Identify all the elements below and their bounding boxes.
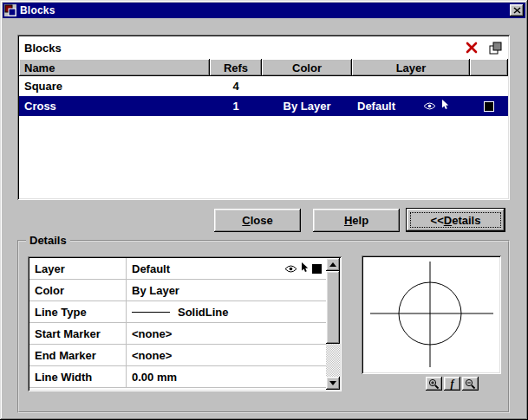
property-value[interactable]: 0.00 mm bbox=[127, 366, 326, 387]
close-button-label: Close bbox=[242, 214, 272, 227]
eye-icon[interactable] bbox=[284, 262, 297, 275]
properties-grid: Layer Default bbox=[28, 256, 342, 391]
cell-extra bbox=[470, 76, 508, 96]
scrollbar-thumb[interactable] bbox=[326, 271, 340, 344]
layer-value: Default bbox=[132, 262, 170, 275]
property-value[interactable]: By Layer bbox=[127, 280, 326, 300]
help-button-label: Help bbox=[344, 214, 368, 227]
details-group: Details Layer Default bbox=[17, 240, 510, 413]
line-type-value: SolidLine bbox=[178, 306, 229, 319]
layer-name: Default bbox=[357, 100, 395, 113]
list-header: Blocks bbox=[19, 36, 508, 59]
column-header-extra[interactable] bbox=[470, 59, 508, 76]
property-row-line-type: Line Type SolidLine bbox=[29, 301, 326, 323]
scroll-up-icon[interactable] bbox=[326, 258, 340, 271]
list-title: Blocks bbox=[24, 42, 62, 55]
property-row-color: Color By Layer bbox=[29, 280, 326, 301]
details-toggle-button[interactable]: <<Details bbox=[406, 208, 505, 232]
property-row-start-marker: Start Marker <none> bbox=[29, 323, 326, 345]
column-headers: Name Refs Color Layer bbox=[19, 59, 508, 76]
column-header-layer[interactable]: Layer bbox=[352, 59, 470, 76]
color-value: By Layer bbox=[132, 284, 179, 297]
property-row-end-marker: End Marker <none> bbox=[29, 345, 326, 366]
property-label: Color bbox=[29, 280, 127, 300]
cursor-icon[interactable] bbox=[441, 100, 449, 113]
cell-layer: Default bbox=[352, 96, 470, 116]
column-header-color[interactable]: Color bbox=[262, 59, 352, 76]
app-icon bbox=[4, 4, 16, 16]
line-type-sample bbox=[132, 312, 170, 313]
eye-icon[interactable] bbox=[423, 100, 436, 113]
close-button[interactable]: Close bbox=[214, 209, 301, 232]
block-preview bbox=[362, 255, 501, 374]
column-header-name[interactable]: Name bbox=[19, 59, 210, 76]
zoom-out-icon[interactable] bbox=[462, 377, 479, 391]
property-row-layer: Layer Default bbox=[29, 258, 326, 280]
details-button-label: <<Details bbox=[431, 214, 481, 227]
property-value[interactable]: <none> bbox=[127, 323, 326, 344]
cursor-icon[interactable] bbox=[301, 262, 309, 275]
column-header-refs[interactable]: Refs bbox=[210, 59, 262, 76]
cell-color bbox=[262, 76, 352, 96]
layer-state-icons bbox=[284, 262, 322, 275]
table-row-square[interactable]: Square 4 bbox=[19, 76, 508, 96]
block-preview-drawing bbox=[363, 257, 499, 372]
close-icon[interactable] bbox=[510, 4, 524, 16]
properties-scrollbar[interactable] bbox=[326, 258, 340, 390]
property-value[interactable]: <none> bbox=[127, 345, 326, 365]
cell-refs: 1 bbox=[210, 96, 262, 116]
property-label: Start Marker bbox=[29, 323, 127, 344]
blocks-stack-icon[interactable] bbox=[487, 40, 503, 55]
scrollbar-track[interactable] bbox=[326, 271, 340, 377]
details-group-label: Details bbox=[26, 234, 70, 247]
property-label: Layer bbox=[29, 258, 127, 279]
line-width-value: 0.00 mm bbox=[132, 371, 177, 384]
delete-block-icon[interactable] bbox=[464, 40, 479, 55]
start-marker-value: <none> bbox=[132, 327, 172, 340]
cell-color: By Layer bbox=[262, 96, 352, 116]
window-title: Blocks bbox=[20, 4, 55, 16]
blocks-dialog: Blocks Blocks Name Refs bbox=[0, 0, 528, 420]
property-label: End Marker bbox=[29, 345, 127, 365]
titlebar[interactable]: Blocks bbox=[3, 3, 525, 18]
property-label: Line Type bbox=[29, 301, 127, 322]
end-marker-value: <none> bbox=[132, 349, 172, 362]
property-row-line-width: Line Width 0.00 mm bbox=[29, 366, 326, 388]
help-button[interactable]: Help bbox=[313, 209, 400, 232]
cell-layer bbox=[352, 76, 470, 96]
zoom-fit-button[interactable]: f bbox=[444, 377, 460, 391]
layer-state-icons bbox=[423, 100, 449, 113]
zoom-in-icon[interactable] bbox=[426, 377, 442, 391]
cell-extra bbox=[470, 96, 508, 116]
cell-name: Cross bbox=[19, 96, 210, 116]
property-label: Line Width bbox=[29, 366, 127, 387]
table-row-cross[interactable]: Cross 1 By Layer Default bbox=[19, 96, 508, 116]
property-value[interactable]: SolidLine bbox=[127, 301, 326, 322]
layer-color-swatch[interactable] bbox=[312, 264, 322, 274]
blocks-list-panel: Blocks Name Refs Color Layer Squ bbox=[17, 35, 510, 200]
property-value[interactable]: Default bbox=[127, 258, 326, 279]
cell-refs: 4 bbox=[210, 76, 262, 96]
cell-name: Square bbox=[19, 76, 210, 96]
list-toolbar bbox=[464, 40, 503, 55]
preview-zoom-toolbar: f bbox=[426, 377, 479, 391]
layer-color-swatch[interactable] bbox=[484, 101, 494, 112]
scroll-down-icon[interactable] bbox=[326, 377, 340, 390]
properties-table: Layer Default bbox=[29, 258, 326, 390]
